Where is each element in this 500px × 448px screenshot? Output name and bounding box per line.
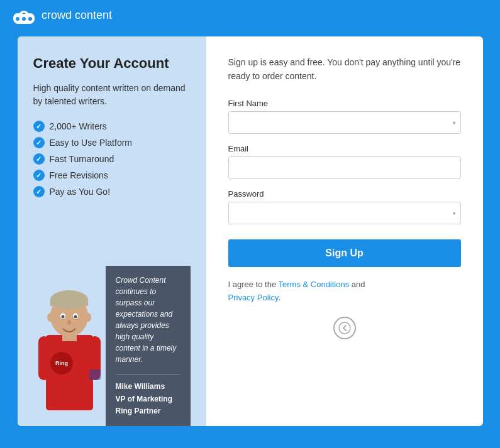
terms-conditions-link[interactable]: Terms & Conditions [279, 280, 350, 289]
features-list: 2,000+ Writers Easy to Use Platform Fast… [33, 121, 191, 202]
testimonial-divider [116, 374, 181, 374]
feature-item-2: Fast Turnaround [33, 153, 191, 165]
main-container: Create Your Account High quality content… [0, 30, 500, 448]
terms-period: . [278, 293, 281, 302]
feature-label-3: Free Revisions [50, 170, 108, 180]
feature-label-2: Fast Turnaround [50, 154, 114, 164]
testimonial-title: VP of Marketing [116, 393, 181, 405]
signup-button[interactable]: Sign Up [228, 239, 461, 267]
back-button-area [228, 317, 461, 339]
svg-text:Ring: Ring [55, 360, 68, 366]
svg-point-9 [22, 17, 26, 21]
svg-rect-28 [89, 369, 101, 380]
feature-item-3: Free Revisions [33, 170, 191, 181]
signup-intro: Sign up is easy and free. You don't pay … [228, 55, 461, 84]
password-input[interactable] [228, 202, 461, 224]
person-image: Ring [33, 266, 106, 410]
password-group: Password ▪ [228, 189, 461, 224]
card: Create Your Account High quality content… [18, 36, 483, 426]
password-input-icon: ▪ [453, 208, 456, 218]
password-label: Password [228, 189, 461, 199]
feature-label-1: Easy to Use Platform [50, 138, 133, 148]
logo-icon [13, 6, 35, 24]
check-icon-3 [33, 170, 45, 181]
email-group: Email [228, 144, 461, 179]
svg-point-22 [47, 313, 53, 322]
first-name-group: First Name ▪ [228, 99, 461, 134]
terms-and: and [349, 280, 365, 289]
top-bar: crowd content [0, 0, 500, 30]
testimonial-company: Ring Partner [116, 405, 181, 417]
svg-rect-16 [50, 300, 88, 306]
svg-point-8 [16, 17, 19, 21]
email-input[interactable] [228, 156, 461, 179]
svg-rect-26 [38, 336, 50, 380]
terms-prefix: I agree to the [228, 280, 279, 289]
back-button[interactable] [333, 317, 356, 339]
first-name-input[interactable] [228, 111, 461, 134]
svg-point-23 [85, 313, 91, 322]
page-heading: Create Your Account [33, 55, 191, 72]
logo-text: crowd content [42, 9, 112, 22]
svg-point-19 [61, 315, 64, 319]
feature-item-1: Easy to Use Platform [33, 137, 191, 148]
testimonial-box: Crowd Content continues to surpass our e… [106, 266, 191, 426]
check-icon-2 [33, 153, 45, 165]
email-label: Email [228, 144, 461, 153]
first-name-input-wrapper: ▪ [228, 111, 461, 134]
feature-item-0: 2,000+ Writers [33, 121, 191, 132]
check-icon-4 [33, 186, 45, 197]
terms-text: I agree to the Terms & Conditions and Pr… [228, 278, 461, 305]
svg-point-10 [28, 17, 32, 21]
testimonial-quote: Crowd Content continues to surpass our e… [116, 275, 181, 365]
testimonial-area: Ring Crowd Content continues to surpass … [33, 266, 191, 426]
first-name-label: First Name [228, 99, 461, 108]
svg-point-29 [339, 322, 350, 334]
feature-label-4: Pay as You Go! [50, 187, 111, 197]
svg-point-20 [74, 315, 77, 319]
password-input-wrapper: ▪ [228, 202, 461, 224]
feature-label-0: 2,000+ Writers [50, 121, 107, 131]
first-name-input-icon: ▪ [453, 117, 456, 128]
feature-item-4: Pay as You Go! [33, 186, 191, 197]
check-icon-1 [33, 137, 45, 148]
svg-point-21 [67, 320, 71, 325]
subtitle: High quality content written on demand b… [33, 82, 191, 108]
check-icon-0 [33, 121, 45, 132]
svg-rect-12 [46, 335, 93, 410]
testimonial-attribution: Mike Williams VP of Marketing Ring Partn… [116, 381, 181, 417]
left-panel: Create Your Account High quality content… [18, 36, 206, 426]
privacy-policy-link[interactable]: Privacy Policy [228, 293, 279, 302]
back-arrow-icon [338, 322, 351, 334]
testimonial-name: Mike Williams [116, 381, 181, 393]
right-panel: Sign up is easy and free. You don't pay … [206, 36, 483, 426]
